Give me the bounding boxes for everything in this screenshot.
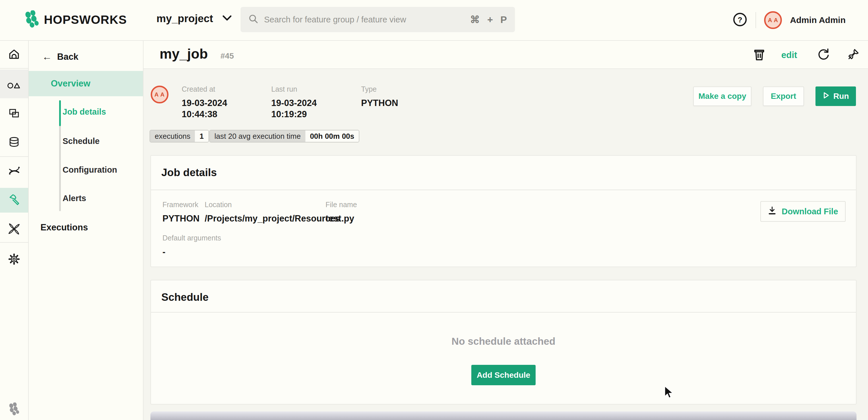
search-input[interactable]: Search for feature group / feature view … <box>241 7 515 32</box>
download-file-button[interactable]: Download File <box>761 201 846 222</box>
job-details-heading: Job details <box>161 167 217 179</box>
project-dropdown[interactable]: my_project <box>156 12 232 25</box>
type-label: Type <box>361 85 398 93</box>
rail-divider <box>0 156 28 157</box>
rail-divider <box>0 68 28 69</box>
file-name-field: File name test.py <box>326 200 357 224</box>
location-value: /Projects/my_project/Resources <box>205 214 326 224</box>
default-arguments-field: Default arguments - <box>162 234 221 257</box>
back-button[interactable]: ← Back <box>42 51 79 62</box>
refresh-icon <box>817 48 830 62</box>
default-arguments-label: Default arguments <box>162 234 221 242</box>
last-run-time: 10:19:29 <box>271 109 317 120</box>
delete-job-button[interactable] <box>752 48 766 62</box>
job-title-row: my_job #45 <box>160 46 234 62</box>
last-run-block: Last run 19-03-2024 10:19:29 <box>271 85 317 120</box>
subnav-item-alerts[interactable]: Alerts <box>63 194 86 203</box>
brand[interactable]: HOPSWORKS <box>24 10 127 29</box>
mouse-cursor <box>663 386 675 400</box>
rail-item-settings[interactable] <box>0 246 28 272</box>
svg-text:?: ? <box>738 16 742 24</box>
brand-name: HOPSWORKS <box>44 13 127 27</box>
last-run-label: Last run <box>271 85 317 93</box>
play-icon <box>823 92 830 101</box>
rail-item-feature-store[interactable] <box>0 71 28 98</box>
rail-divider <box>0 242 28 243</box>
job-title-strip: my_job #45 edit <box>144 41 868 68</box>
database-icon <box>7 136 21 148</box>
job-subnav: ← Back Overview Job details Schedule Con… <box>29 40 144 420</box>
subnav-item-configuration[interactable]: Configuration <box>63 165 117 175</box>
subnav-track-active <box>59 100 61 126</box>
search-icon <box>249 14 258 25</box>
subnav-item-job-details[interactable]: Job details <box>63 107 106 117</box>
framework-field: Framework PYTHON <box>162 200 205 224</box>
location-field: Location /Projects/my_project/Resources <box>205 200 326 224</box>
pin-icon <box>847 48 860 62</box>
hopsworks-footer-logo-icon <box>8 402 20 416</box>
icon-rail <box>0 40 29 420</box>
search-shortcut: ⌘ + P <box>470 14 507 25</box>
schedule-heading: Schedule <box>161 291 209 303</box>
search-placeholder: Search for feature group / feature view <box>264 15 470 24</box>
export-button[interactable]: Export <box>763 86 804 106</box>
subnav-item-schedule[interactable]: Schedule <box>63 136 100 146</box>
help-icon[interactable]: ? <box>733 12 747 28</box>
avg-badge-label: last 20 avg execution time <box>210 131 305 142</box>
card-divider <box>151 190 856 190</box>
gear-icon <box>7 253 21 266</box>
subnav-item-overview[interactable]: Overview <box>51 78 90 89</box>
executions-badge-value: 1 <box>195 131 208 142</box>
job-owner-avatar: A A <box>151 86 168 104</box>
user-name[interactable]: Admin Admin <box>790 15 846 25</box>
created-at-block: Created at 19-03-2024 10:44:38 <box>182 85 227 120</box>
plus-key-icon: + <box>487 14 493 25</box>
trash-icon <box>753 48 766 62</box>
download-file-label: Download File <box>782 207 838 216</box>
cmd-key-icon: ⌘ <box>470 14 479 25</box>
job-number: #45 <box>220 51 234 61</box>
edit-job-button[interactable]: edit <box>781 50 797 60</box>
job-overview-content: A A Created at 19-03-2024 10:44:38 Last … <box>144 68 868 420</box>
rail-item-projects[interactable] <box>0 100 28 127</box>
next-section-peek <box>150 411 857 420</box>
hammer-icon <box>7 193 21 207</box>
rail-item-home[interactable] <box>0 41 28 67</box>
refresh-button[interactable] <box>816 48 830 62</box>
circle-triangle-icon <box>7 79 21 90</box>
hopsworks-logo-icon <box>24 10 39 29</box>
make-a-copy-button[interactable]: Make a copy <box>693 86 751 106</box>
pin-button[interactable] <box>846 48 861 62</box>
rail-item-model-serving[interactable] <box>0 158 28 184</box>
rail-item-jobs[interactable] <box>0 187 28 213</box>
run-button[interactable]: Run <box>815 86 856 106</box>
card-divider <box>151 312 856 313</box>
executions-badge: executions 1 <box>150 130 209 142</box>
add-schedule-button[interactable]: Add Schedule <box>471 365 536 385</box>
file-name-label: File name <box>326 200 357 209</box>
hopsworks-app: HOPSWORKS my_project Search for feature … <box>0 0 868 420</box>
pinwheel-icon <box>7 222 21 236</box>
created-at-time: 10:44:38 <box>182 109 227 120</box>
job-details-fields: Framework PYTHON Location /Projects/my_p… <box>162 200 357 224</box>
download-icon <box>768 206 776 217</box>
created-at-label: Created at <box>182 85 227 93</box>
rail-item-airflow[interactable] <box>0 216 28 242</box>
back-arrow-icon: ← <box>42 51 52 62</box>
default-arguments-value: - <box>162 247 221 257</box>
user-avatar[interactable]: A A <box>764 11 782 29</box>
overlapping-windows-icon <box>7 107 21 119</box>
avg-execution-time-badge: last 20 avg execution time 00h 00m 00s <box>209 130 360 142</box>
subnav-item-executions[interactable]: Executions <box>40 222 88 233</box>
top-header: HOPSWORKS my_project Search for feature … <box>0 0 868 40</box>
home-icon <box>7 48 21 61</box>
type-value: PYTHON <box>361 97 398 109</box>
header-divider <box>755 12 756 28</box>
rail-item-footer-logo <box>0 396 28 420</box>
rail-item-storage[interactable] <box>0 129 28 155</box>
main-panel: my_job #45 edit A A Created at 19-03-202… <box>144 40 868 420</box>
created-at-date: 19-03-2024 <box>182 97 227 109</box>
location-label: Location <box>205 200 326 209</box>
run-label: Run <box>833 92 849 101</box>
header-right: ? A A Admin Admin <box>733 0 846 40</box>
